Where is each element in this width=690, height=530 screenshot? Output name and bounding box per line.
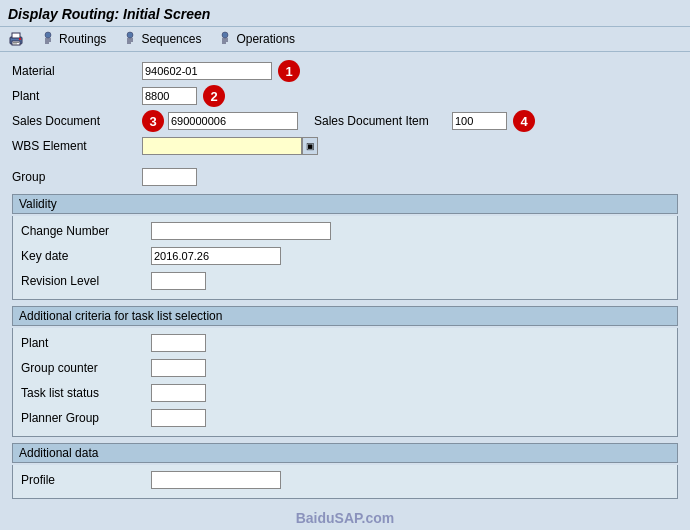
group-counter-input[interactable] bbox=[151, 359, 206, 377]
badge-1: 1 bbox=[278, 60, 300, 82]
task-list-status-row: Task list status bbox=[21, 382, 669, 404]
change-number-input[interactable] bbox=[151, 222, 331, 240]
sales-doc-row: Sales Document 3 Sales Document Item 4 bbox=[12, 110, 678, 132]
material-row: Material 1 bbox=[12, 60, 678, 82]
wbs-input[interactable] bbox=[142, 137, 302, 155]
additional-criteria-section-header: Additional criteria for task list select… bbox=[12, 306, 678, 326]
svg-rect-4 bbox=[13, 44, 17, 45]
task-list-status-label: Task list status bbox=[21, 386, 151, 400]
profile-row: Profile bbox=[21, 469, 669, 491]
material-input[interactable] bbox=[142, 62, 272, 80]
svg-rect-1 bbox=[12, 33, 20, 38]
wbs-browse-button[interactable]: ▣ bbox=[302, 137, 318, 155]
change-number-label: Change Number bbox=[21, 224, 151, 238]
sequences-icon bbox=[122, 31, 138, 47]
svg-point-6 bbox=[45, 32, 51, 38]
svg-point-10 bbox=[127, 32, 133, 38]
badge-2: 2 bbox=[203, 85, 225, 107]
criteria-plant-input[interactable] bbox=[151, 334, 206, 352]
sales-doc-label: Sales Document bbox=[12, 114, 142, 128]
profile-input[interactable] bbox=[151, 471, 281, 489]
group-input[interactable] bbox=[142, 168, 197, 186]
additional-criteria-section-content: Plant Group counter Task list status Pla… bbox=[12, 328, 678, 437]
revision-level-input[interactable] bbox=[151, 272, 206, 290]
toolbar-routings-label: Routings bbox=[59, 32, 106, 46]
toolbar-sequences[interactable]: Sequences bbox=[122, 31, 201, 47]
main-content: Material 1 Plant 2 Sales Document 3 Sale… bbox=[0, 52, 690, 512]
group-row: Group bbox=[12, 166, 678, 188]
change-number-row: Change Number bbox=[21, 220, 669, 242]
plant-input[interactable] bbox=[142, 87, 197, 105]
watermark: BaiduSAP.com bbox=[296, 510, 395, 526]
sales-doc-input[interactable] bbox=[168, 112, 298, 130]
key-date-label: Key date bbox=[21, 249, 151, 263]
additional-data-section-header: Additional data bbox=[12, 443, 678, 463]
group-label: Group bbox=[12, 170, 142, 184]
sales-doc-item-label: Sales Document Item bbox=[314, 114, 444, 128]
profile-label: Profile bbox=[21, 473, 151, 487]
revision-level-row: Revision Level bbox=[21, 270, 669, 292]
badge-4: 4 bbox=[513, 110, 535, 132]
criteria-plant-label: Plant bbox=[21, 336, 151, 350]
printer-icon-item[interactable] bbox=[8, 31, 24, 47]
toolbar: Routings Sequences Operations bbox=[0, 27, 690, 52]
planner-group-label: Planner Group bbox=[21, 411, 151, 425]
revision-level-label: Revision Level bbox=[21, 274, 151, 288]
svg-point-5 bbox=[19, 38, 21, 40]
additional-data-section-content: Profile bbox=[12, 465, 678, 499]
plant-label: Plant bbox=[12, 89, 142, 103]
criteria-plant-row: Plant bbox=[21, 332, 669, 354]
wbs-label: WBS Element bbox=[12, 139, 142, 153]
wbs-row: WBS Element ▣ bbox=[12, 135, 678, 157]
title-bar: Display Routing: Initial Screen bbox=[0, 0, 690, 27]
material-label: Material bbox=[12, 64, 142, 78]
group-counter-label: Group counter bbox=[21, 361, 151, 375]
planner-group-input[interactable] bbox=[151, 409, 206, 427]
printer-icon bbox=[8, 31, 24, 47]
validity-section-content: Change Number Key date Revision Level bbox=[12, 216, 678, 300]
routing-icon bbox=[40, 31, 56, 47]
validity-section-header: Validity bbox=[12, 194, 678, 214]
toolbar-operations-label: Operations bbox=[236, 32, 295, 46]
key-date-row: Key date bbox=[21, 245, 669, 267]
svg-rect-3 bbox=[13, 42, 19, 43]
operations-icon bbox=[217, 31, 233, 47]
toolbar-routings[interactable]: Routings bbox=[40, 31, 106, 47]
task-list-status-input[interactable] bbox=[151, 384, 206, 402]
plant-row: Plant 2 bbox=[12, 85, 678, 107]
svg-point-14 bbox=[222, 32, 228, 38]
badge-3: 3 bbox=[142, 110, 164, 132]
toolbar-sequences-label: Sequences bbox=[141, 32, 201, 46]
group-counter-row: Group counter bbox=[21, 357, 669, 379]
toolbar-operations[interactable]: Operations bbox=[217, 31, 295, 47]
page-title: Display Routing: Initial Screen bbox=[8, 6, 682, 22]
sales-doc-item-input[interactable] bbox=[452, 112, 507, 130]
key-date-input[interactable] bbox=[151, 247, 281, 265]
planner-group-row: Planner Group bbox=[21, 407, 669, 429]
